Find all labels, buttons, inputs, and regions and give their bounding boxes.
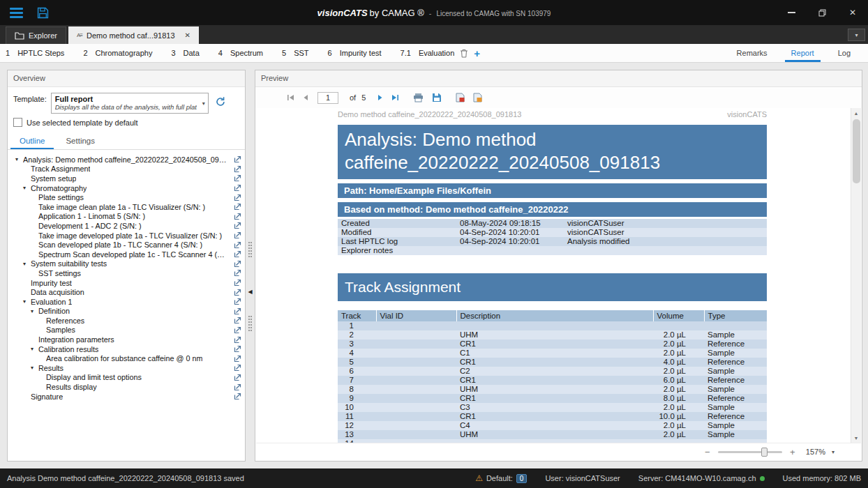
tree-item[interactable]: Display and limit test options bbox=[8, 373, 245, 383]
tree-item[interactable]: Samples bbox=[8, 326, 245, 335]
navigate-to-section-icon[interactable] bbox=[230, 203, 241, 211]
tree-item[interactable]: ▾Results bbox=[8, 363, 245, 373]
navigate-to-section-icon[interactable] bbox=[230, 392, 241, 400]
tree-item[interactable]: System setup bbox=[8, 174, 245, 183]
navigate-to-section-icon[interactable] bbox=[230, 289, 241, 296]
tree-item[interactable]: Data acquisition bbox=[8, 287, 245, 297]
default-template-option[interactable]: Use selected template by default bbox=[8, 116, 245, 133]
zoom-level[interactable]: 157% bbox=[806, 448, 825, 456]
print-button[interactable] bbox=[411, 91, 426, 104]
navigate-to-section-icon[interactable] bbox=[230, 241, 241, 249]
tree-item[interactable]: Take image developed plate 1a - TLC Visu… bbox=[8, 231, 245, 241]
navigate-to-section-icon[interactable] bbox=[230, 184, 241, 192]
close-button[interactable]: ✕ bbox=[837, 0, 868, 25]
panel-splitter[interactable]: ◀ bbox=[246, 70, 255, 462]
view-tab-log[interactable]: Log bbox=[826, 44, 862, 62]
step-item[interactable]: 3Data bbox=[171, 49, 199, 57]
tree-item[interactable]: Integration parameters bbox=[8, 335, 245, 344]
tree-item[interactable]: SST settings bbox=[8, 268, 245, 278]
navigate-to-section-icon[interactable] bbox=[230, 155, 241, 163]
step-item[interactable]: 5SST bbox=[282, 49, 309, 57]
page-number-input[interactable]: 1 bbox=[317, 92, 338, 104]
tree-item[interactable]: Plate settings bbox=[8, 192, 245, 202]
tree-item[interactable]: Impurity test bbox=[8, 278, 245, 288]
tree-item[interactable]: ▾Calibration results bbox=[8, 344, 245, 354]
navigate-to-section-icon[interactable] bbox=[230, 307, 241, 315]
splitter-grip[interactable] bbox=[248, 242, 252, 257]
tree-item[interactable]: ▾Evaluation 1 bbox=[8, 297, 245, 307]
navigate-to-section-icon[interactable] bbox=[230, 364, 241, 372]
next-page-button[interactable] bbox=[375, 93, 385, 102]
expander-icon[interactable]: ▾ bbox=[31, 346, 38, 352]
tree-item[interactable]: Track Assignment bbox=[8, 165, 245, 174]
expander-icon[interactable]: ▾ bbox=[31, 308, 38, 314]
step-item[interactable]: 1HPTLC Steps bbox=[6, 49, 64, 57]
navigate-to-section-icon[interactable] bbox=[230, 231, 241, 239]
expander-icon[interactable]: ▾ bbox=[31, 365, 38, 371]
checkbox-icon[interactable] bbox=[13, 118, 22, 127]
tree-item[interactable]: Area calibration for substance caffeine … bbox=[8, 353, 245, 363]
collapse-panel-button[interactable]: ◀ bbox=[248, 289, 252, 295]
tree-item[interactable]: ▾Chromatography bbox=[8, 183, 245, 193]
tree-item[interactable]: Spectrum Scan developed plate 1c - TLC S… bbox=[8, 250, 245, 259]
navigate-to-section-icon[interactable] bbox=[230, 269, 241, 277]
caret-down-icon[interactable]: ▾ bbox=[832, 449, 835, 455]
tree-item[interactable]: Signature bbox=[8, 392, 245, 402]
expander-icon[interactable]: ▾ bbox=[23, 261, 31, 267]
navigate-to-section-icon[interactable] bbox=[230, 298, 241, 305]
minimize-button[interactable] bbox=[776, 0, 807, 25]
delete-step-button[interactable] bbox=[460, 49, 468, 58]
navigate-to-section-icon[interactable] bbox=[230, 317, 241, 324]
navigate-to-section-icon[interactable] bbox=[230, 165, 241, 173]
view-tab-report[interactable]: Report bbox=[779, 44, 826, 62]
tree-item[interactable]: ▾Analysis: Demo method caffeine_20220222… bbox=[8, 155, 245, 165]
step-item[interactable]: 2Chromatography bbox=[83, 49, 152, 57]
overview-tab-outline[interactable]: Outline bbox=[10, 133, 54, 149]
navigate-to-section-icon[interactable] bbox=[230, 374, 241, 381]
preview-scrollbar[interactable]: ▲ ▼ bbox=[851, 108, 861, 443]
tree-item[interactable]: ▾System suitability tests bbox=[8, 259, 245, 269]
zoom-in-button[interactable]: + bbox=[788, 448, 797, 457]
step-item[interactable]: 6Impurity test bbox=[328, 49, 382, 57]
report-preview[interactable]: Demo method caffeine_20220222_20240508_0… bbox=[256, 108, 861, 443]
navigate-to-section-icon[interactable] bbox=[230, 174, 241, 182]
scroll-up-icon[interactable]: ▲ bbox=[851, 108, 861, 118]
step-item[interactable]: 4Spectrum bbox=[218, 49, 263, 57]
overview-tab-settings[interactable]: Settings bbox=[57, 133, 104, 149]
tab-explorer[interactable]: Explorer bbox=[6, 26, 66, 44]
navigate-to-section-icon[interactable] bbox=[230, 194, 241, 201]
navigate-to-section-icon[interactable] bbox=[230, 222, 241, 229]
tree-item[interactable]: Scan developed plate 1b - TLC Scanner 4 … bbox=[8, 240, 245, 250]
tree-item[interactable]: ▾Definition bbox=[8, 307, 245, 317]
navigate-to-section-icon[interactable] bbox=[230, 355, 241, 363]
navigate-to-section-icon[interactable] bbox=[230, 279, 241, 287]
tree-item[interactable]: Take image clean plate 1a - TLC Visualiz… bbox=[8, 202, 245, 212]
tree-item[interactable]: Development 1 - ADC 2 (S/N: ) bbox=[8, 221, 245, 231]
tab-document[interactable]: A≡ Demo method caf...91813 ✕ bbox=[68, 26, 199, 44]
zoom-out-button[interactable]: − bbox=[703, 448, 712, 457]
refresh-template-button[interactable] bbox=[215, 96, 226, 107]
last-page-button[interactable] bbox=[389, 93, 401, 102]
restore-button[interactable] bbox=[807, 0, 837, 25]
tree-item[interactable]: References bbox=[8, 316, 245, 326]
splitter-grip[interactable] bbox=[248, 316, 252, 331]
add-step-button[interactable]: + bbox=[474, 48, 480, 59]
scroll-down-icon[interactable]: ▼ bbox=[851, 433, 861, 443]
export-report-button[interactable] bbox=[471, 91, 484, 104]
tab-overflow-button[interactable]: ▾ bbox=[848, 29, 865, 41]
main-menu-button[interactable] bbox=[10, 8, 23, 18]
tree-item[interactable]: Results display bbox=[8, 382, 245, 392]
template-select[interactable]: Full report Displays all the data of the… bbox=[51, 93, 209, 114]
navigate-to-section-icon[interactable] bbox=[230, 260, 241, 268]
save-report-button[interactable] bbox=[430, 91, 444, 104]
expander-icon[interactable]: ▾ bbox=[23, 185, 31, 191]
navigate-to-section-icon[interactable] bbox=[230, 345, 241, 353]
view-tab-remarks[interactable]: Remarks bbox=[725, 44, 779, 62]
step-item[interactable]: 7.1Evaluation bbox=[401, 49, 455, 57]
zoom-slider[interactable] bbox=[718, 451, 782, 453]
navigate-to-section-icon[interactable] bbox=[230, 213, 241, 220]
zoom-slider-thumb[interactable] bbox=[761, 448, 768, 457]
scrollbar-thumb[interactable] bbox=[853, 119, 860, 183]
save-button[interactable] bbox=[37, 7, 49, 19]
previous-page-button[interactable] bbox=[301, 93, 310, 102]
